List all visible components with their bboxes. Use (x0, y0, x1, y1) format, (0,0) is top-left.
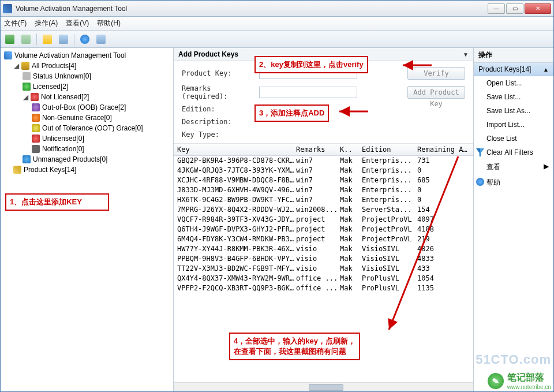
layout-button[interactable] (94, 33, 108, 46)
label-description: Description: (182, 118, 254, 126)
help-icon (476, 178, 484, 186)
unmanaged-icon (23, 155, 31, 163)
col-edition[interactable]: Edition (362, 145, 417, 154)
annotation-1: 1、点击这里添加KEY (5, 193, 109, 211)
back-button[interactable] (3, 33, 17, 46)
add-key-button[interactable]: Add Product Key (407, 86, 465, 99)
table-row[interactable]: PPBQM-9H8V3-B4GFP-6BHDK-VPY8XvisioMakVis… (174, 254, 473, 264)
tree-not-licensed[interactable]: ◢Not Licensed[2] (23, 92, 170, 102)
twisty-icon[interactable]: ◢ (23, 93, 28, 101)
tree-root[interactable]: Volume Activation Management Tool (4, 50, 170, 61)
action-label: 查看 (486, 162, 500, 172)
app-icon (3, 4, 12, 13)
menu-file[interactable]: 文件(F) (4, 18, 27, 28)
menu-action[interactable]: 操作(A) (35, 18, 58, 28)
label-edition: Edition: (182, 105, 254, 113)
table-row[interactable]: HW77Y-XY44J-R8KMM-PBK3R-46XXVvisioMakVis… (174, 244, 473, 254)
collapse-icon[interactable]: ▼ (463, 51, 469, 58)
tree-label: Licensed[2] (33, 83, 68, 91)
oob-icon (32, 103, 40, 111)
oot-icon (32, 124, 40, 132)
actions-panel: 操作 Product Keys[14] ▲ Open List... Save … (474, 48, 553, 391)
action-open-list[interactable]: Open List... (474, 76, 553, 90)
add-key-form: Product Key: Verify Remarks (required): … (174, 61, 473, 144)
action-save-list-as[interactable]: Save List As... (474, 104, 553, 118)
tree-oot[interactable]: Out of Tolerance (OOT) Grace[0] (32, 123, 170, 133)
tree-non-genuine[interactable]: Non-Genuine Grace[0] (32, 113, 170, 123)
tree-label: Status Unknown[0] (33, 72, 91, 80)
verify-button[interactable]: Verify (407, 67, 465, 80)
action-view[interactable]: 查看▶ (474, 159, 553, 175)
scrollbar-thumb[interactable] (309, 384, 343, 391)
col-remarks[interactable]: Remarks (296, 145, 340, 154)
app-window: Volume Activation Management Tool — ▭ ✕ … (0, 0, 554, 392)
tree-all-products[interactable]: ◢All Products[4] (13, 61, 170, 71)
actions-group[interactable]: Product Keys[14] ▲ (474, 63, 553, 76)
close-button[interactable]: ✕ (525, 3, 551, 14)
forward-icon (21, 35, 31, 44)
product-key-input[interactable] (259, 68, 357, 79)
col-key[interactable]: Key (177, 145, 296, 154)
notification-icon (32, 145, 40, 153)
label-key-type: Key Type: (182, 130, 254, 139)
forward-button[interactable] (19, 33, 33, 46)
action-close-list[interactable]: Close List (474, 132, 553, 145)
minimize-button[interactable]: — (488, 3, 505, 14)
tree-label: Unlicensed[0] (42, 135, 84, 143)
table-row[interactable]: 6M4Q4-FDY8K-Y3CW4-RMDKW-PB36PprojectMakP… (174, 234, 473, 244)
tree-unlicensed[interactable]: Unlicensed[0] (32, 133, 170, 144)
folder-icon (43, 35, 52, 44)
tree-label: All Products[4] (32, 62, 76, 70)
col-k[interactable]: K.. (340, 145, 362, 154)
action-clear-filters[interactable]: Clear All Filters (474, 145, 553, 159)
table-row[interactable]: XCJHC-4RF88-V9MBW-DDQC8-F8B3Rwin7MakEnte… (174, 176, 473, 185)
table-row[interactable]: Q6TH4-J9WGF-DVPX3-GHYJ2-PFRW8projectMakP… (174, 225, 473, 234)
action-save-list[interactable]: Save List... (474, 90, 553, 104)
col-remaining[interactable]: Remaining A.. (417, 145, 470, 154)
action-help[interactable]: 帮助 (474, 175, 553, 191)
panel-title: Add Product Keys ▼ (174, 48, 473, 61)
table-row[interactable]: J833D-MJ3MD-6XHVH-4W9QV-496KDwin7MakEnte… (174, 185, 473, 195)
table-row[interactable]: GBQ2P-BK9R4-396P8-CD878-CKRHXwin7MakEnte… (174, 156, 473, 166)
twisty-icon[interactable]: ◢ (13, 62, 19, 70)
panes-icon (59, 35, 68, 44)
grid-header: Key Remarks K.. Edition Remaining A.. (174, 144, 473, 156)
menubar: 文件(F) 操作(A) 查看(V) 帮助(H) (1, 17, 553, 31)
table-row[interactable]: TT22V-X3MJ3-BD2WC-FGB9T-MFYBHvisioMakVis… (174, 264, 473, 274)
toolbar-separator (74, 33, 74, 45)
horizontal-scrollbar[interactable] (174, 382, 473, 391)
menu-help[interactable]: 帮助(H) (97, 18, 121, 28)
tree-product-keys[interactable]: Product Keys[14] (13, 165, 170, 175)
center-panel: Add Product Keys ▼ 2、key复制到这里，点击verify P… (174, 48, 474, 391)
filter-icon (476, 148, 484, 156)
maximize-button[interactable]: ▭ (506, 3, 523, 14)
table-row[interactable]: QX4Y4-8QX37-XMW43-RYW2M-9WRV4office ...M… (174, 274, 473, 283)
table-row[interactable]: VPFP2-F2QCQ-XB3RT-QQ9P3-BGKBToffice ...M… (174, 283, 473, 293)
body: Volume Activation Management Tool ◢All P… (1, 48, 553, 391)
tree-label: Not Licensed[2] (41, 93, 89, 101)
tree-notification[interactable]: Notification[0] (32, 144, 170, 154)
licensed-icon (23, 83, 31, 91)
tree-status-unknown[interactable]: Status Unknown[0] (23, 71, 170, 81)
layout-icon (96, 35, 106, 44)
non-genuine-icon (32, 114, 40, 122)
panes-button[interactable] (57, 33, 70, 46)
menu-view[interactable]: 查看(V) (66, 18, 89, 28)
table-row[interactable]: VQCF7-R984R-39TF3-XV43G-JDYR8projectMakP… (174, 215, 473, 225)
table-row[interactable]: 7MPRG-J26YX-8Q4X2-RDDDV-WJ2CYwin2008...M… (174, 205, 473, 215)
help-button[interactable] (78, 33, 92, 46)
remarks-input[interactable] (259, 87, 357, 98)
tree-oob[interactable]: Out-of-Box (OOB) Grace[2] (32, 102, 170, 113)
tree-label: Out-of-Box (OOB) Grace[2] (42, 103, 126, 111)
grid-body[interactable]: GBQ2P-BK9R4-396P8-CD878-CKRHXwin7MakEnte… (174, 156, 473, 382)
tree-label: Notification[0] (42, 145, 84, 153)
table-row[interactable]: HX6TK-9C4G2-BW9PB-DW9KT-YFC8Kwin7MakEnte… (174, 195, 473, 205)
tool-icon (4, 51, 12, 59)
collapse-icon[interactable]: ▲ (543, 66, 549, 73)
toolbar-separator (36, 33, 37, 45)
tree-unmanaged[interactable]: Unmanaged Products[0] (23, 154, 170, 165)
table-row[interactable]: 4JKGW-QRJQ3-7JTC8-393YK-YXMWPwin7MakEnte… (174, 166, 473, 176)
open-button[interactable] (40, 33, 54, 46)
action-import-list[interactable]: Import List... (474, 118, 553, 132)
tree-licensed[interactable]: Licensed[2] (23, 81, 170, 92)
